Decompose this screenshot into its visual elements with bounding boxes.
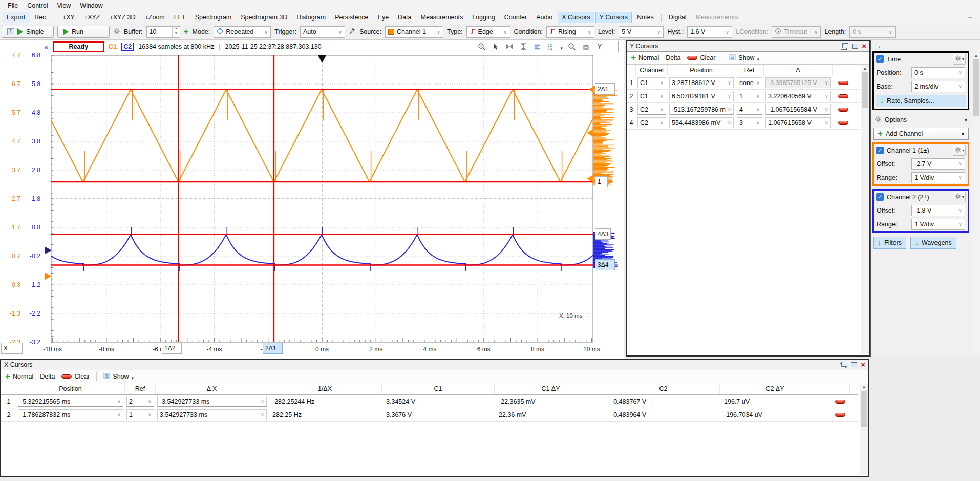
- viewbar-item-digital[interactable]: Digital: [665, 12, 691, 23]
- scrollbar-thumb[interactable]: [861, 391, 867, 427]
- sidebar-scrollbar[interactable]: ▲: [972, 52, 980, 353]
- undock-icon[interactable]: [841, 362, 847, 367]
- channel2-settings-button[interactable]: ▾: [953, 192, 966, 202]
- options-button[interactable]: Options ▾: [871, 113, 970, 127]
- viewbar-item--xyz-3d[interactable]: +XYZ 3D: [105, 12, 139, 23]
- scroll-up-icon[interactable]: ▲: [860, 384, 868, 390]
- type-select[interactable]: Edge ∨: [466, 26, 510, 38]
- zoom-in-icon[interactable]: [477, 42, 486, 51]
- clear-cursors-button[interactable]: Clear: [61, 373, 90, 380]
- oscilloscope-plot[interactable]: C1 VC2 V7.76.75.74.73.72.71.70.7-0.3-1.3…: [0, 53, 624, 359]
- y-axis-selector[interactable]: Y: [595, 41, 619, 52]
- viewbar-item-persistence[interactable]: Persistence: [331, 12, 372, 23]
- time-checkbox[interactable]: ✓: [876, 55, 884, 63]
- position-select[interactable]: 6.507829181 V∨: [669, 91, 734, 101]
- delta-select[interactable]: -3.3985765125 V∨: [765, 77, 831, 88]
- camera-icon[interactable]: [581, 42, 590, 51]
- pointer-tool-icon[interactable]: [491, 42, 500, 51]
- scrollbar-thumb[interactable]: [973, 59, 979, 116]
- show-menu-button[interactable]: Show ▾: [103, 372, 134, 381]
- channel-select[interactable]: C1∨: [637, 91, 666, 101]
- channel1-range-select[interactable]: 1 V/div ∨: [911, 172, 965, 183]
- remove-cursor-button[interactable]: [838, 81, 848, 85]
- maximize-icon[interactable]: [851, 362, 857, 367]
- scrollbar-thumb[interactable]: [862, 72, 868, 108]
- ref-select[interactable]: 1∨: [737, 91, 762, 101]
- x-cursors-titlebar[interactable]: X Cursors ×: [1, 360, 868, 370]
- level-select[interactable]: 5 V ∨: [619, 26, 664, 38]
- stepper-arrows-icon[interactable]: ▲▼: [172, 27, 180, 37]
- channel1-badge[interactable]: C1: [109, 43, 117, 50]
- viewbar-item-notes[interactable]: Notes: [633, 12, 658, 23]
- delta-select[interactable]: -1.0676156584 V∨: [765, 104, 831, 115]
- position-select[interactable]: 554.4483986 mV∨: [669, 117, 734, 128]
- viewbar-item-data[interactable]: Data: [394, 12, 415, 23]
- channels-1234-icon[interactable]: 1 23 4: [546, 42, 556, 51]
- expand-right-icon[interactable]: →: [871, 40, 970, 51]
- viewbar-item-rec-[interactable]: Rec.: [30, 12, 52, 23]
- viewbar-item-counter[interactable]: Counter: [500, 12, 531, 23]
- channel2-badge[interactable]: C2: [121, 43, 134, 51]
- remove-cursor-button[interactable]: [838, 94, 848, 98]
- add-channel-button[interactable]: + Add Channel ▾: [873, 128, 969, 140]
- menu-file[interactable]: File: [3, 1, 23, 10]
- condition-select[interactable]: Rising ∨: [546, 26, 594, 38]
- channel-select[interactable]: C2∨: [637, 117, 666, 128]
- hammer-icon[interactable]: [349, 28, 356, 36]
- x-axis-selector[interactable]: X: [1, 343, 23, 354]
- filters-button[interactable]: ↓ Filters: [873, 237, 906, 249]
- ref-select[interactable]: 2∨: [126, 396, 154, 407]
- channel2-checkbox[interactable]: ✓: [876, 193, 884, 201]
- ref-select[interactable]: 4∨: [737, 104, 762, 115]
- show-menu-button[interactable]: Show ▾: [729, 54, 759, 62]
- viewbar-item-histogram[interactable]: Histogram: [292, 12, 330, 23]
- fit-horizontal-icon[interactable]: [505, 42, 514, 51]
- collapse-left-icon[interactable]: «: [44, 43, 48, 51]
- clear-cursors-button[interactable]: Clear: [687, 54, 715, 61]
- menu-view[interactable]: View: [52, 1, 75, 10]
- add-icon[interactable]: +: [184, 28, 189, 35]
- scroll-up-icon[interactable]: ▲: [861, 65, 869, 72]
- menu-control[interactable]: Control: [23, 1, 52, 10]
- ref-select[interactable]: 1∨: [126, 409, 154, 420]
- buffer-stepper[interactable]: 10 ▲▼: [146, 26, 180, 38]
- normal-cursor-button[interactable]: + Normal: [631, 54, 659, 61]
- viewbar-item-measurements[interactable]: Measurements: [417, 12, 467, 23]
- mode-select[interactable]: Repeated ∨: [214, 26, 271, 38]
- y-cursors-titlebar[interactable]: Y Cursors ×: [627, 41, 869, 52]
- remove-cursor-button[interactable]: [835, 413, 845, 417]
- viewbar-item-export[interactable]: Export: [3, 12, 29, 23]
- close-icon[interactable]: ×: [862, 44, 866, 49]
- fit-vertical-icon[interactable]: [519, 42, 528, 51]
- viewbar-item-y-cursors[interactable]: Y Cursors: [595, 12, 632, 23]
- channel1-checkbox[interactable]: ✓: [876, 147, 884, 154]
- remove-cursor-button[interactable]: [838, 121, 848, 125]
- viewbar-item-fft[interactable]: FFT: [170, 12, 190, 23]
- viewbar-item-spectrogram-3d[interactable]: Spectrogram 3D: [237, 12, 291, 23]
- position-select[interactable]: -5.329215565 ms∨: [18, 396, 123, 407]
- menu-window[interactable]: Window: [75, 1, 107, 10]
- undock-icon[interactable]: [842, 43, 848, 48]
- channel-select[interactable]: C2∨: [637, 104, 666, 115]
- source-select[interactable]: Channel 1 ∨: [385, 26, 443, 38]
- remove-cursor-button[interactable]: [835, 400, 845, 404]
- trigger-select[interactable]: Auto ∨: [300, 26, 345, 38]
- minimize-icon[interactable]: −: [968, 14, 978, 21]
- viewbar-item-spectrogram[interactable]: Spectrogram: [191, 12, 236, 23]
- delta-select[interactable]: 1.067615658 V∨: [765, 117, 831, 128]
- delta-cursor-button[interactable]: Delta: [40, 373, 55, 380]
- ref-select[interactable]: 3∨: [737, 117, 762, 128]
- zoom-out-icon[interactable]: [567, 42, 577, 51]
- channel1-settings-button[interactable]: ▾: [953, 145, 966, 156]
- chevron-down-icon[interactable]: ▾: [560, 46, 563, 51]
- delta-select[interactable]: 3.220640569 V∨: [765, 91, 831, 101]
- close-icon[interactable]: ×: [861, 362, 865, 367]
- viewbar-item-logging[interactable]: Logging: [468, 12, 499, 23]
- gear-icon[interactable]: [113, 28, 120, 36]
- hysteresis-select[interactable]: 1.6 V ∨: [687, 26, 732, 38]
- y-cursor3-button[interactable]: 3Δ4: [595, 259, 615, 270]
- y-cursor4-button[interactable]: 4Δ3: [595, 228, 611, 240]
- channel1-offset-select[interactable]: -2.7 V ∨: [911, 158, 965, 170]
- time-base-select[interactable]: 2 ms/div ∨: [911, 81, 965, 92]
- y-cursors-scrollbar[interactable]: ▲: [861, 65, 869, 354]
